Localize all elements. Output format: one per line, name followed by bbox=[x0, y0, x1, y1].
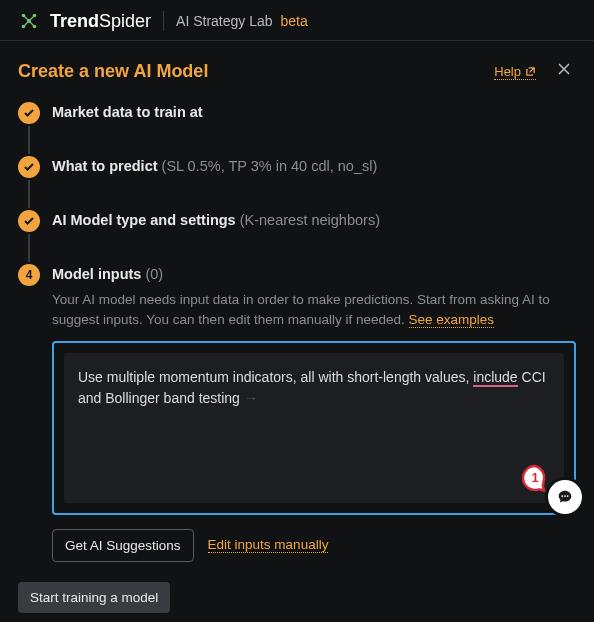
underlined-word: include bbox=[473, 369, 517, 387]
brand-name: TrendSpider bbox=[50, 11, 151, 32]
svg-point-10 bbox=[564, 495, 566, 497]
notification-bubble[interactable]: 1 bbox=[520, 463, 550, 493]
chat-fab[interactable] bbox=[548, 480, 582, 514]
chat-icon bbox=[556, 488, 574, 506]
svg-line-8 bbox=[29, 21, 35, 27]
step-model-type[interactable]: AI Model type and settings (K-nearest ne… bbox=[18, 210, 576, 264]
step-indicator: 4 bbox=[18, 264, 40, 286]
check-badge bbox=[18, 210, 40, 232]
edit-manually-link[interactable]: Edit inputs manually bbox=[208, 537, 329, 553]
top-bar: TrendSpider AI Strategy Lab beta bbox=[0, 0, 594, 41]
check-icon bbox=[23, 107, 35, 119]
step-indicator bbox=[18, 156, 40, 210]
step-connector bbox=[28, 126, 30, 154]
vertical-divider bbox=[163, 11, 164, 31]
step-detail: (K-nearest neighbors) bbox=[240, 212, 380, 228]
step-detail: (SL 0.5%, TP 3% in 40 cdl, no_sl) bbox=[162, 158, 378, 174]
check-icon bbox=[23, 215, 35, 227]
get-suggestions-button[interactable]: Get AI Suggestions bbox=[52, 529, 194, 562]
step-model-inputs: 4 Model inputs (0) Your AI model needs i… bbox=[18, 264, 576, 582]
step-connector bbox=[28, 234, 30, 262]
svg-line-5 bbox=[24, 16, 30, 22]
arrow-hint-icon: → bbox=[244, 390, 258, 406]
main-panel: Create a new AI Model Help bbox=[0, 41, 594, 622]
check-icon bbox=[23, 161, 35, 173]
input-container: Use multiple momentum indicators, all wi… bbox=[52, 341, 576, 515]
check-badge bbox=[18, 156, 40, 178]
help-link[interactable]: Help bbox=[494, 64, 536, 80]
header-actions: Help bbox=[494, 59, 576, 84]
see-examples-link[interactable]: See examples bbox=[409, 312, 495, 328]
step-what-to-predict[interactable]: What to predict (SL 0.5%, TP 3% in 40 cd… bbox=[18, 156, 576, 210]
step-number-badge: 4 bbox=[18, 264, 40, 286]
page-title: Create a new AI Model bbox=[18, 61, 208, 82]
prompt-textarea[interactable]: Use multiple momentum indicators, all wi… bbox=[64, 353, 564, 503]
step-count: (0) bbox=[145, 266, 163, 282]
spider-icon bbox=[18, 10, 40, 32]
svg-line-6 bbox=[29, 16, 35, 22]
svg-point-11 bbox=[567, 495, 569, 497]
external-link-icon bbox=[525, 66, 536, 77]
step-connector bbox=[28, 180, 30, 208]
step-indicator bbox=[18, 102, 40, 156]
lab-label: AI Strategy Lab beta bbox=[176, 13, 308, 29]
panel-header: Create a new AI Model Help bbox=[18, 59, 576, 84]
step-indicator bbox=[18, 210, 40, 264]
step-help-text: Your AI model needs input data in order … bbox=[52, 290, 576, 331]
steps-list: Market data to train at What to predict … bbox=[18, 102, 576, 582]
check-badge bbox=[18, 102, 40, 124]
step-title: AI Model type and settings (K-nearest ne… bbox=[52, 212, 380, 228]
close-button[interactable] bbox=[552, 59, 576, 84]
step-title: Market data to train at bbox=[52, 104, 203, 120]
brand-logo: TrendSpider bbox=[18, 10, 151, 32]
step-title: What to predict (SL 0.5%, TP 3% in 40 cd… bbox=[52, 158, 377, 174]
step-market-data[interactable]: Market data to train at bbox=[18, 102, 576, 156]
prompt-text: Use multiple momentum indicators, all wi… bbox=[78, 367, 550, 410]
close-icon bbox=[556, 61, 572, 77]
step-title: Model inputs (0) bbox=[52, 266, 576, 282]
start-training-button[interactable]: Start training a model bbox=[18, 582, 170, 613]
svg-line-7 bbox=[24, 21, 30, 27]
step-actions: Get AI Suggestions Edit inputs manually bbox=[52, 529, 576, 562]
svg-point-9 bbox=[561, 495, 563, 497]
